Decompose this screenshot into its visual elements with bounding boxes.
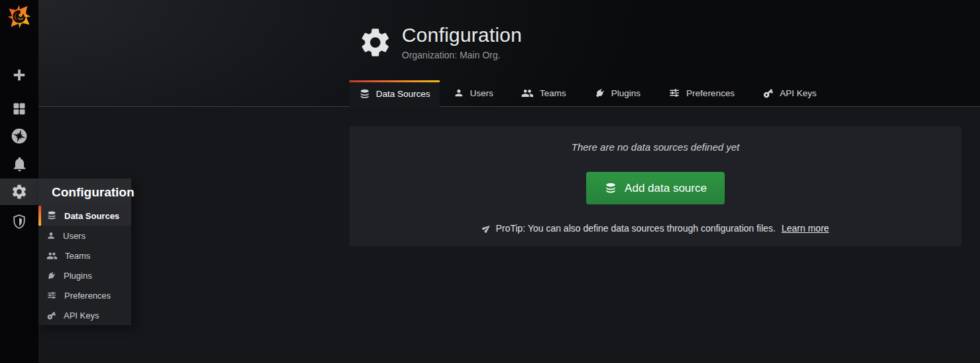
tab-users[interactable]: Users [440,80,507,106]
tab-preferences[interactable]: Preferences [654,80,749,106]
bell-icon [11,156,28,173]
tab-label: Teams [540,88,566,98]
rocket-icon [482,224,491,233]
empty-state-message: There are no data sources defined yet [349,126,961,153]
sliders-icon [668,87,680,99]
grafana-logo[interactable] [0,3,38,30]
add-data-source-button[interactable]: Add data source [586,172,725,204]
users-icon [46,250,58,261]
tab-plugins[interactable]: Plugins [580,80,654,106]
sidebar-item-explore[interactable] [0,127,38,145]
configuration-flyout-menu: Configuration Data Sources Users Teams P… [38,179,131,325]
page-title: Configuration [402,24,522,46]
key-icon [46,311,56,321]
page-header-band: Configuration Organization: Main Org. Da… [38,0,980,107]
side-menu [0,0,38,363]
plus-icon [11,67,27,83]
flyout-item-label: Data Sources [64,211,119,221]
flyout-item-api-keys[interactable]: API Keys [38,305,131,325]
user-icon [454,88,464,98]
protip-text: ProTip: You can also define data sources… [496,223,776,234]
users-icon [521,87,534,100]
flyout-item-data-sources[interactable]: Data Sources [38,206,131,226]
sidebar-item-server-admin[interactable] [0,213,38,230]
tab-label: Preferences [686,88,735,98]
flyout-item-label: API Keys [64,311,99,321]
gear-icon [11,183,28,200]
database-icon [604,182,617,195]
grafana-logo-icon [7,4,32,29]
gear-icon [358,25,393,60]
flyout-title[interactable]: Configuration [38,179,131,206]
database-icon [359,88,371,100]
sidebar-item-create[interactable] [0,67,38,83]
page-header: Configuration Organization: Main Org. [358,24,522,60]
sliders-icon [46,290,57,301]
protip-row: ProTip: You can also define data sources… [349,223,961,234]
user-icon [46,231,56,240]
compass-icon [11,127,28,145]
tab-label: Data Sources [376,89,430,99]
sidebar-item-configuration[interactable] [0,179,38,205]
plug-icon [46,271,56,281]
dashboards-icon [11,101,27,117]
tab-label: Users [470,88,493,98]
flyout-item-preferences[interactable]: Preferences [38,285,131,305]
flyout-item-plugins[interactable]: Plugins [38,265,131,285]
flyout-item-users[interactable]: Users [38,226,131,246]
flyout-item-label: Plugins [64,271,92,281]
flyout-item-teams[interactable]: Teams [38,246,131,265]
page-content: There are no data sources defined yet Ad… [38,108,980,363]
empty-state-panel: There are no data sources defined yet Ad… [349,126,961,246]
tab-label: Plugins [611,88,641,98]
tab-label: API Keys [780,88,817,98]
flyout-item-label: Users [63,231,86,241]
tab-bar: Data Sources Users Teams Plugins Prefere… [349,78,830,106]
flyout-item-label: Preferences [64,291,111,301]
shield-icon [11,214,27,230]
tab-teams[interactable]: Teams [507,80,580,106]
key-icon [763,88,774,99]
plug-icon [594,88,605,99]
sidebar-item-dashboards[interactable] [0,101,38,117]
add-data-source-label: Add data source [625,182,707,195]
sidebar-item-alerting[interactable] [0,156,38,173]
page-subtitle: Organization: Main Org. [402,50,522,60]
tab-api-keys[interactable]: API Keys [749,80,831,106]
flyout-item-label: Teams [65,251,90,261]
tab-data-sources[interactable]: Data Sources [349,80,440,108]
database-icon [46,210,57,221]
learn-more-link[interactable]: Learn more [782,223,829,234]
